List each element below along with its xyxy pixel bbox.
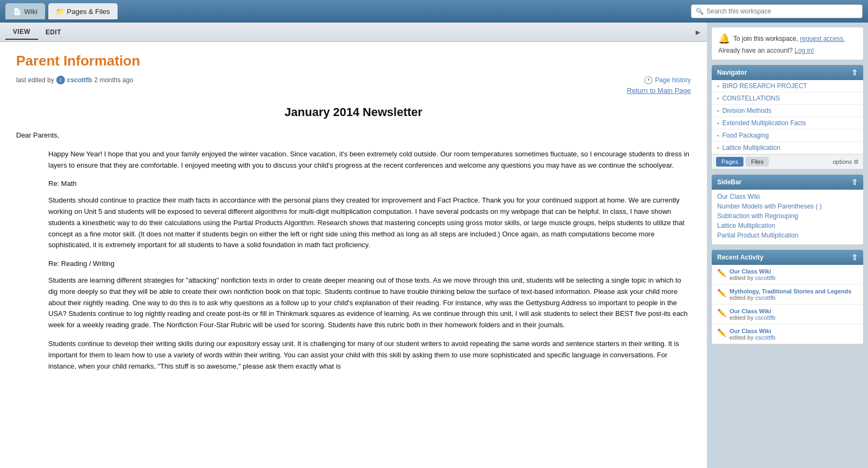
navigator-collapse-btn[interactable]: ⇧	[851, 68, 858, 77]
para4: Students continue to develop their writi…	[48, 339, 691, 372]
join-box: 🔔 To join this workspace, request access…	[711, 27, 864, 60]
navigator-item-extended-mult[interactable]: • Extended Multiplication Facts	[712, 117, 863, 129]
bullet-icon: •	[717, 120, 719, 126]
view-edit-arrow: ►	[694, 28, 702, 37]
activity-icon-1: ✏️	[717, 289, 726, 297]
main-layout: VIEW EDIT ► Parent Information last edit…	[0, 23, 868, 468]
sidebar-link-3[interactable]: Lattice Multiplication	[717, 222, 858, 229]
search-input[interactable]	[706, 8, 858, 15]
tab-pages-files[interactable]: 📁 Pages & Files	[48, 3, 118, 19]
navigator-item-bird[interactable]: • BIRD RESEARCH PROJECT	[712, 80, 863, 92]
recent-activity-header: Recent Activity ⇧	[712, 250, 863, 265]
sidebar-link-0[interactable]: Our Class Wiki	[717, 193, 858, 200]
activity-icon-0: ✏️	[717, 269, 726, 277]
request-access-link[interactable]: request access.	[800, 35, 845, 42]
navigator-item-division[interactable]: • Division Methods	[712, 105, 863, 117]
navigator-item-constellations[interactable]: • CONSTELLATIONS	[712, 92, 863, 105]
pages-options[interactable]: options ⚙	[833, 159, 859, 165]
bullet-icon: •	[717, 96, 719, 102]
wiki-icon: 📄	[13, 8, 21, 16]
clock-icon: 🕐	[644, 76, 653, 84]
bullet-icon: •	[717, 83, 719, 89]
gear-icon[interactable]: ⚙	[854, 159, 859, 165]
return-to-main-link[interactable]: Return to Main Page	[627, 87, 691, 95]
activity-link-2[interactable]: Our Class Wiki	[730, 308, 771, 314]
join-icon: 🔔	[718, 33, 730, 45]
para1: Happy New Year! I hope that you and your…	[48, 149, 691, 171]
page-meta: last edited by c cscottfb 2 months ago 🕐…	[16, 76, 691, 84]
sidebar-link-1[interactable]: Number Models with Parentheses ( )	[717, 203, 858, 210]
files-tab[interactable]: Files	[746, 157, 769, 167]
page-content: Parent Information last edited by c csco…	[0, 42, 707, 468]
pages-files-icon: 📁	[56, 8, 64, 16]
join-text: To join this workspace, request access.	[733, 35, 845, 42]
sidebar-links: Our Class Wiki Number Models with Parent…	[712, 190, 863, 244]
navigator-item-food[interactable]: • Food Packaging	[712, 129, 863, 142]
bullet-icon: •	[717, 108, 719, 114]
search-icon: 🔍	[696, 8, 704, 15]
bullet-icon: •	[717, 145, 719, 151]
activity-item-2: ✏️ Our Class Wiki edited by cscottfb	[712, 305, 863, 325]
sidebar-section: SideBar ⇧ Our Class Wiki Number Models w…	[711, 174, 864, 245]
content-area: VIEW EDIT ► Parent Information last edit…	[0, 23, 707, 468]
activity-link-0[interactable]: Our Class Wiki	[730, 268, 771, 275]
re-reading-heading: Re: Reading / Writing	[48, 258, 691, 270]
activity-link-3[interactable]: Our Class Wiki	[730, 328, 771, 334]
right-sidebar: 🔔 To join this workspace, request access…	[707, 23, 868, 468]
sidebar-link-2[interactable]: Subtraction with Regrouping	[717, 212, 858, 220]
activity-icon-2: ✏️	[717, 308, 726, 317]
navigator-item-lattice[interactable]: • Lattice Multiplication	[712, 142, 863, 154]
login-link[interactable]: Log in!	[794, 47, 814, 54]
join-already: Already have an account? Log in!	[718, 47, 857, 54]
tab-edit[interactable]: EDIT	[38, 25, 69, 39]
bullet-icon: •	[717, 133, 719, 139]
page-title: Parent Information	[16, 53, 691, 69]
tab-wiki[interactable]: 📄 Wiki	[5, 3, 45, 19]
activity-icon-3: ✏️	[717, 328, 726, 337]
navigator-section: Navigator ⇧ • BIRD RESEARCH PROJECT • CO…	[711, 64, 864, 170]
activity-item-1: ✏️ Mythology, Traditional Stories and Le…	[712, 285, 863, 305]
pages-files-bar: Pages Files options ⚙	[712, 154, 863, 169]
activity-item-3: ✏️ Our Class Wiki edited by cscottfb	[712, 325, 863, 344]
return-link-wrap: Return to Main Page	[16, 87, 691, 95]
pages-tab[interactable]: Pages	[716, 157, 743, 167]
sidebar-collapse-btn[interactable]: ⇧	[851, 178, 858, 186]
search-box-wrap: 🔍	[691, 4, 863, 18]
re-math-heading: Re: Math	[48, 178, 691, 190]
recent-activity-collapse-btn[interactable]: ⇧	[851, 253, 858, 262]
sidebar-header: SideBar ⇧	[712, 175, 863, 190]
view-edit-bar: VIEW EDIT ►	[0, 23, 707, 42]
para3: Students are learning different strategi…	[48, 275, 691, 331]
page-history-link[interactable]: 🕐 Page history	[644, 76, 691, 84]
para2: Students should continue to practice the…	[48, 195, 691, 251]
author-username: cscottfb	[67, 76, 92, 84]
user-avatar: c	[56, 76, 65, 84]
greeting-text: Dear Parents,	[16, 130, 691, 141]
recent-activity-section: Recent Activity ⇧ ✏️ Our Class Wiki edit…	[711, 249, 864, 344]
navigator-header: Navigator ⇧	[712, 65, 863, 80]
activity-item-0: ✏️ Our Class Wiki edited by cscottfb	[712, 265, 863, 285]
newsletter-title: January 2014 Newsletter	[16, 105, 691, 119]
topbar: 📄 Wiki 📁 Pages & Files 🔍	[0, 0, 868, 23]
sidebar-link-4[interactable]: Partial Product Multiplication	[717, 232, 858, 239]
tab-view[interactable]: VIEW	[5, 25, 38, 40]
activity-link-1[interactable]: Mythology, Traditional Stories and Legen…	[730, 288, 851, 294]
